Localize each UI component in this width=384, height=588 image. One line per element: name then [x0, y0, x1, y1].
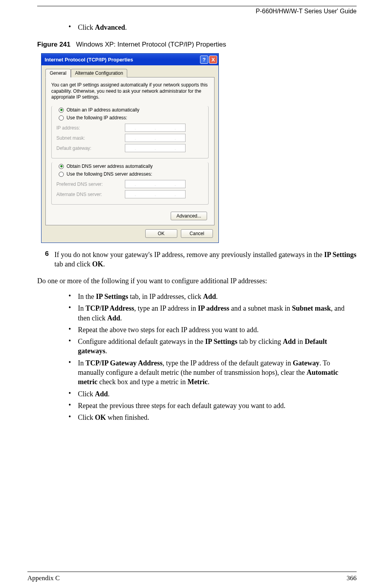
- bullet-dot-icon: •: [69, 413, 78, 422]
- header-guide: P-660H/HW/W-T Series User' Guide: [37, 8, 357, 15]
- list-item: • In the IP Settings tab, in IP addresse…: [69, 292, 357, 301]
- text-bold: IP address: [198, 304, 229, 312]
- bullet-dot-icon: •: [69, 23, 78, 32]
- text: .: [103, 260, 105, 268]
- radio-label: Use the following DNS server addresses:: [67, 171, 152, 177]
- ip-address-input[interactable]: ...: [125, 124, 186, 132]
- bullet-dot-icon: •: [69, 358, 78, 387]
- help-icon[interactable]: ?: [200, 56, 208, 64]
- figure-caption: Figure 241 Windows XP: Internet Protocol…: [37, 41, 357, 49]
- footer-left: Appendix C: [27, 574, 60, 582]
- figure-number: Figure 241: [37, 41, 70, 48]
- alternate-dns-input[interactable]: ...: [125, 190, 186, 198]
- subnet-mask-input[interactable]: ...: [125, 134, 186, 142]
- close-icon[interactable]: X: [209, 56, 217, 64]
- text: .: [120, 314, 122, 322]
- preferred-dns-input[interactable]: ...: [125, 180, 186, 188]
- bullet-dot-icon: •: [69, 389, 78, 399]
- text: tab by clicking: [237, 338, 283, 345]
- text: Repeat the previous three steps for each…: [78, 402, 285, 410]
- radio-obtain-ip-auto[interactable]: [59, 108, 64, 113]
- step-6: 6 If you do not know your gateway's IP a…: [45, 250, 357, 269]
- paragraph: Do one or more of the following if you w…: [37, 276, 357, 286]
- label-subnet-mask: Subnet mask:: [56, 135, 125, 141]
- radio-label: Use the following IP address:: [67, 115, 127, 120]
- text: In the: [78, 293, 96, 300]
- label-ip-address: IP address:: [56, 125, 125, 131]
- label-default-gateway: Default gateway:: [56, 146, 125, 151]
- text: in: [296, 338, 305, 345]
- default-gateway-input[interactable]: ...: [125, 144, 186, 152]
- window-title: Internet Protocol (TCP/IP) Properties: [45, 57, 199, 63]
- text-bold: TCP/IP Gateway Address: [86, 359, 163, 367]
- text: and a subnet mask in: [229, 304, 292, 312]
- text-bold: IP Settings: [96, 293, 128, 300]
- text: In: [78, 359, 86, 367]
- text: Click: [78, 390, 95, 398]
- text: check box and type a metric in: [97, 378, 187, 386]
- cancel-button[interactable]: Cancel: [181, 229, 213, 238]
- text: .: [108, 390, 110, 398]
- text: Click: [78, 23, 95, 31]
- ok-button[interactable]: OK: [145, 229, 177, 238]
- radio-label: Obtain DNS server address automatically: [67, 164, 153, 169]
- text-bold: Advanced: [95, 23, 125, 31]
- text: , type the IP address of the default gat…: [162, 359, 293, 367]
- text: , type an IP address in: [134, 304, 198, 312]
- figure-title: Windows XP: Internet Protocol (TCP/IP) P…: [76, 41, 226, 48]
- bullet-dot-icon: •: [69, 325, 78, 334]
- list-item: • Repeat the previous three steps for ea…: [69, 401, 357, 410]
- advanced-button[interactable]: Advanced...: [171, 212, 207, 220]
- text: Repeat the above two steps for each IP a…: [78, 326, 259, 334]
- radio-use-dns-addresses[interactable]: [59, 172, 64, 177]
- text: .: [208, 378, 210, 386]
- text: If you do not know your gateway's IP add…: [54, 251, 324, 259]
- text-bold: IP Settings: [324, 251, 357, 259]
- radio-use-ip-address[interactable]: [59, 115, 64, 120]
- tab-alternate-configuration[interactable]: Alternate Configuration: [71, 69, 128, 77]
- text: Click: [78, 414, 95, 421]
- text: .: [125, 23, 127, 31]
- list-item: • Configure additional default gateways …: [69, 337, 357, 356]
- bullet-dot-icon: •: [69, 401, 78, 410]
- text-bold: Add: [283, 338, 296, 345]
- list-item: • Click Add.: [69, 389, 357, 399]
- list-item: • In TCP/IP Gateway Address, type the IP…: [69, 358, 357, 387]
- radio-obtain-dns-auto[interactable]: [59, 164, 64, 169]
- step-number: 6: [45, 250, 54, 269]
- text-bold: Add: [203, 293, 216, 300]
- text: tab and click: [54, 260, 92, 268]
- bullet-dot-icon: •: [69, 292, 78, 301]
- text-bold: OK: [95, 414, 106, 421]
- text-bold: Gateway: [293, 359, 319, 367]
- label-preferred-dns: Preferred DNS server:: [56, 182, 125, 187]
- tab-general[interactable]: General: [45, 69, 71, 77]
- label-alternate-dns: Alternate DNS server:: [56, 192, 125, 197]
- bullet-dot-icon: •: [69, 337, 78, 356]
- text-bold: TCP/IP Address: [86, 304, 134, 312]
- list-item: • In TCP/IP Address, type an IP address …: [69, 304, 357, 323]
- intro-text: You can get IP settings assigned automat…: [51, 82, 209, 101]
- text-bold: Metric: [187, 378, 208, 386]
- bullet-item: • Click Advanced.: [69, 23, 357, 32]
- text-bold: OK: [92, 260, 103, 268]
- list-item: • Repeat the above two steps for each IP…: [69, 325, 357, 334]
- list-item: • Click OK when finished.: [69, 413, 357, 422]
- text-bold: IP Settings: [205, 338, 238, 345]
- text: In: [78, 304, 86, 312]
- titlebar: Internet Protocol (TCP/IP) Properties ? …: [41, 54, 218, 65]
- text-bold: Add: [107, 314, 120, 322]
- tcpip-properties-dialog: Internet Protocol (TCP/IP) Properties ? …: [41, 53, 219, 243]
- text-bold: Add: [95, 390, 108, 398]
- text: .: [105, 347, 107, 355]
- page-number: 366: [347, 574, 357, 582]
- text: Configure additional default gateways in…: [78, 338, 205, 345]
- text: .: [216, 293, 218, 300]
- text: when finished.: [106, 414, 149, 421]
- text-bold: Subnet mask: [292, 304, 331, 312]
- text: tab, in IP addresses, click: [128, 293, 203, 300]
- bullet-dot-icon: •: [69, 304, 78, 323]
- radio-label: Obtain an IP address automatically: [67, 107, 139, 113]
